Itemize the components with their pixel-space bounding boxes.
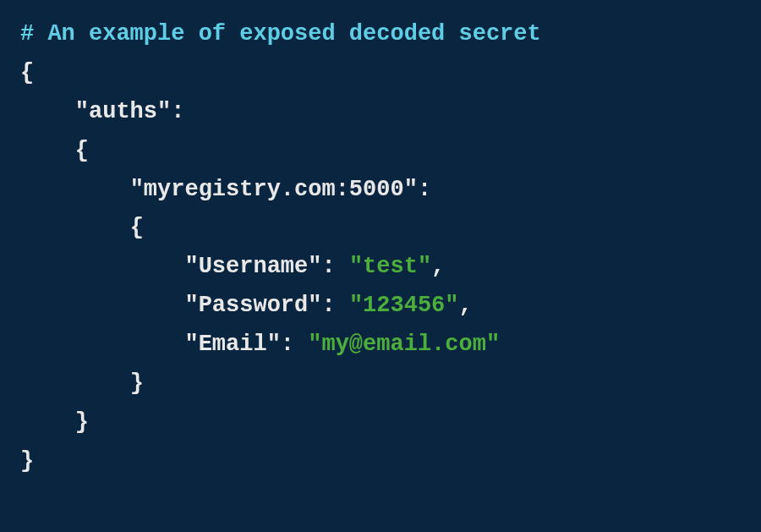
- val-email: "my@email.com": [308, 332, 500, 357]
- brace-open-2: {: [75, 138, 89, 163]
- brace-open-3: {: [130, 215, 144, 240]
- comment-line: # An example of exposed decoded secret: [20, 21, 541, 47]
- brace-open-1: {: [20, 60, 34, 85]
- comment-hash: #: [20, 21, 34, 47]
- colon-3: :: [321, 254, 335, 279]
- val-password: "123456": [349, 293, 459, 318]
- key-auths: "auths": [75, 99, 171, 124]
- key-registry: "myregistry.com:5000": [130, 177, 418, 202]
- colon-1: :: [171, 99, 184, 124]
- comma-1: ,: [431, 254, 445, 279]
- code-snippet: # An example of exposed decoded secret {…: [0, 0, 761, 496]
- colon-2: :: [418, 177, 431, 202]
- comment-text: An example of exposed decoded secret: [47, 21, 540, 47]
- brace-close-2: }: [75, 409, 89, 435]
- val-username: "test": [349, 254, 431, 279]
- comma-2: ,: [459, 293, 473, 318]
- brace-close-1: }: [20, 448, 34, 474]
- brace-close-3: }: [130, 370, 144, 396]
- key-username: "Username": [184, 254, 321, 279]
- colon-4: :: [321, 293, 335, 318]
- key-email: "Email": [184, 332, 280, 357]
- key-password: "Password": [184, 293, 321, 318]
- colon-5: :: [281, 332, 294, 357]
